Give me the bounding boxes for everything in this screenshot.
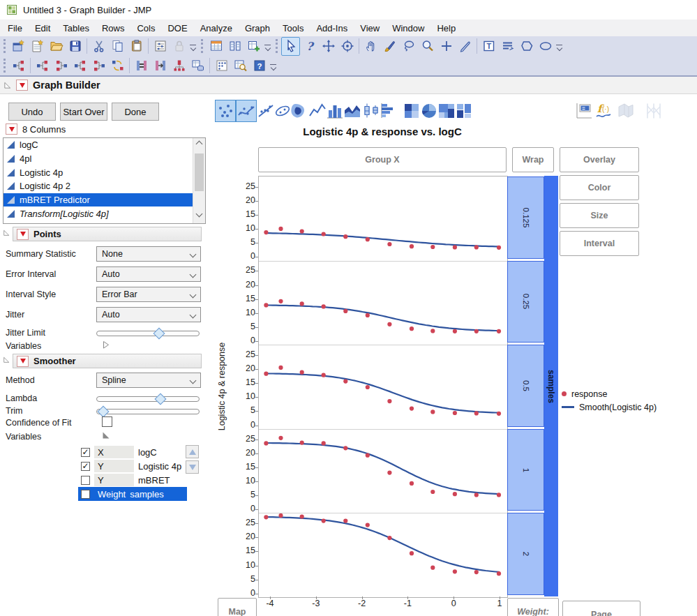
tables-transpose-icon[interactable]	[108, 57, 127, 75]
start-over-button[interactable]: Start Over	[60, 103, 107, 121]
menu-item-cols[interactable]: Cols	[130, 21, 161, 36]
menu-item-doe[interactable]: DOE	[161, 21, 193, 36]
save-icon[interactable]	[66, 37, 84, 56]
method-dropdown[interactable]: Spline	[96, 373, 201, 388]
points-variables-disclosure-icon[interactable]	[102, 340, 110, 350]
magnifier-icon[interactable]	[418, 37, 437, 56]
toolbar-grip[interactable]	[201, 39, 203, 53]
brush-icon[interactable]	[380, 37, 399, 56]
assignment-row-y[interactable]: ✓YLogistic 4p	[78, 459, 187, 473]
wrap-panel-label[interactable]: 2	[507, 513, 544, 595]
move-up-button[interactable]	[186, 445, 199, 458]
data-table-icon[interactable]	[207, 37, 225, 56]
copy-icon[interactable]	[108, 37, 127, 56]
menu-item-analyze[interactable]: Analyze	[194, 21, 239, 36]
element-type-parallel-plot-icon[interactable]	[643, 100, 664, 122]
plot-panel-0.125[interactable]	[259, 176, 507, 261]
drop-zone-group-x[interactable]: Group X	[258, 147, 507, 172]
assignment-checkbox[interactable]: ✓	[81, 448, 90, 457]
annotate-lines-icon[interactable]	[498, 37, 517, 56]
open-icon[interactable]	[47, 37, 66, 56]
drop-zone-size[interactable]: Size	[560, 203, 639, 228]
plot-panel-0.25[interactable]	[259, 261, 507, 346]
paste-icon[interactable]	[127, 37, 146, 56]
done-button[interactable]: Done	[112, 103, 159, 121]
tables-sort-icon[interactable]	[52, 57, 70, 75]
element-type-mosaic-icon[interactable]	[454, 100, 474, 122]
new-script-icon[interactable]	[244, 37, 263, 56]
assignment-row-weight[interactable]: Weightsamples	[78, 487, 187, 501]
element-type-points-icon[interactable]	[215, 100, 236, 122]
jitter-limit-slider[interactable]	[96, 328, 200, 338]
tables-update-icon[interactable]	[151, 57, 170, 75]
scroll-down-icon[interactable]	[196, 211, 203, 218]
interval-style-dropdown[interactable]: Error Bar	[96, 287, 201, 302]
assignment-checkbox[interactable]	[81, 490, 90, 499]
jitter-dropdown[interactable]: Auto	[96, 307, 201, 322]
slider-thumb[interactable]	[98, 405, 110, 417]
points-panel-header[interactable]: Points	[13, 227, 202, 241]
lasso-icon[interactable]	[399, 37, 418, 56]
preferences-icon[interactable]	[151, 37, 170, 56]
toolbar-grip[interactable]	[3, 59, 6, 73]
column-list-item[interactable]: mBRET Predictor	[3, 193, 205, 207]
tables-concatenate-icon[interactable]	[170, 57, 188, 75]
plot-panel-1[interactable]	[259, 429, 507, 514]
lock-icon[interactable]	[170, 37, 188, 56]
assignment-row-y[interactable]: YmBRET	[78, 473, 187, 487]
tables-stack-icon[interactable]	[70, 57, 89, 75]
column-list-item[interactable]: 4pl	[3, 152, 205, 166]
toolbar-overflow-icon[interactable]	[264, 45, 271, 53]
smoother-collapse-icon[interactable]	[3, 356, 10, 363]
drop-zone-color[interactable]: Color	[560, 175, 639, 200]
tables-summary-icon[interactable]	[9, 57, 28, 75]
collapse-triangle-icon[interactable]	[3, 82, 11, 89]
columns-red-triangle-icon[interactable]	[6, 123, 17, 135]
column-list-item[interactable]: Transform[Logistic 4p]	[3, 206, 205, 220]
slider-thumb[interactable]	[154, 393, 166, 405]
annotate-text-icon[interactable]: T	[479, 37, 498, 56]
smoother-variables-disclosure-icon[interactable]	[102, 431, 110, 440]
slider-thumb[interactable]	[153, 327, 165, 339]
cut-icon[interactable]	[89, 37, 108, 56]
assignment-checkbox[interactable]	[81, 476, 90, 485]
toolbar-grip[interactable]	[3, 39, 6, 53]
smoother-panel-header[interactable]: Smoother	[13, 354, 202, 368]
drop-zone-map[interactable]: Map	[218, 598, 257, 616]
wrap-panel-label[interactable]: 0.125	[507, 176, 544, 259]
scroll-thumb[interactable]	[195, 153, 204, 191]
drop-zone-overlay[interactable]: Overlay	[560, 147, 639, 172]
column-list-item[interactable]: logC	[3, 138, 205, 152]
tables-join-icon[interactable]	[132, 57, 151, 75]
column-list-item[interactable]: Logistic 4p	[3, 165, 205, 179]
element-type-map-shapes-icon[interactable]	[615, 100, 636, 122]
toolbar-overflow-icon[interactable]	[556, 45, 562, 53]
menu-item-window[interactable]: Window	[386, 21, 430, 36]
toolbar-overflow-icon[interactable]	[270, 64, 276, 73]
tables-tabulate-icon[interactable]	[212, 57, 231, 75]
undo-button[interactable]: Undo	[8, 103, 56, 121]
drop-zone-weight[interactable]: Weight:	[507, 598, 559, 616]
move-down-button[interactable]	[186, 460, 199, 474]
wrap-variable-strip[interactable]: samples	[544, 176, 558, 596]
element-type-histogram-icon[interactable]	[378, 100, 399, 122]
summary-statistic-dropdown[interactable]: None	[96, 246, 201, 262]
tables-subset-icon[interactable]	[33, 57, 52, 75]
annotate-polygon-icon[interactable]	[517, 37, 536, 56]
trim-slider[interactable]	[96, 406, 200, 416]
selection-target-icon[interactable]	[338, 37, 357, 56]
plot-panel-0.5[interactable]	[259, 345, 507, 430]
annotate-oval-icon[interactable]	[536, 37, 555, 56]
eraser-icon[interactable]	[456, 37, 474, 56]
assignment-checkbox[interactable]: ✓	[81, 462, 90, 471]
menu-item-view[interactable]: View	[354, 21, 386, 36]
error-interval-dropdown[interactable]: Auto	[96, 266, 201, 282]
scroll-up-icon[interactable]	[196, 141, 203, 148]
tables-query-icon[interactable]	[188, 57, 207, 75]
toolbar-grip[interactable]	[276, 39, 278, 53]
element-type-area-icon[interactable]	[342, 100, 363, 122]
menu-item-rows[interactable]: Rows	[96, 21, 131, 36]
element-type-smoother-icon[interactable]	[236, 100, 257, 122]
column-list-scrollbar[interactable]	[193, 138, 205, 223]
element-type-formula-icon[interactable]: f(·)	[593, 100, 614, 122]
